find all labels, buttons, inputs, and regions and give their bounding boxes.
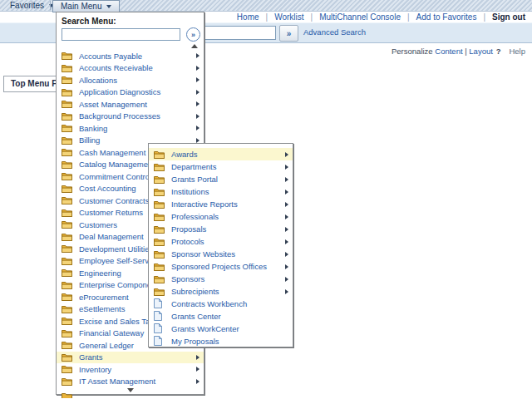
menu-item[interactable]: Sponsors [149,273,293,285]
separator: | [407,12,410,22]
submenu-arrow-icon [196,126,200,131]
menu-search-input[interactable] [62,28,180,41]
submenu-arrow-icon [196,367,200,372]
menu-search-go-button[interactable]: » [186,27,200,42]
separator: | [266,12,268,22]
menu-item-label: Protocols [171,237,285,246]
menu-item[interactable]: Proposals [149,223,293,235]
separator: | [465,47,466,56]
menu-item[interactable]: Background Processes [57,111,204,123]
menu-item-label: Grants Portal [171,175,285,184]
menu-item[interactable]: Subrecipients [149,285,293,298]
tab-divider [50,1,51,10]
sign-out-link[interactable]: Sign out [492,12,525,22]
menu-item[interactable]: Sponsor Websites [149,248,293,260]
menu-item[interactable]: IT Asset Management [57,376,204,388]
menu-item[interactable]: Contracts Workbench [149,298,293,310]
menu-item-label: Proposals [171,224,285,234]
separator: | [311,12,313,22]
nav-link-multichannel-console[interactable]: MultiChannel Console [319,12,401,22]
menu-item[interactable]: Allocations [57,74,204,86]
main-menu-tab[interactable]: Main Menu [52,0,120,12]
menu-item[interactable]: Sponsored Projects Offices [149,260,293,273]
menu-item[interactable]: Grants Portal [149,173,293,185]
submenu-arrow-icon [196,114,200,119]
submenu-arrow-icon [196,66,200,71]
submenu-arrow-icon [196,138,200,143]
menu-item-label: Interactive Reports [171,200,285,209]
submenu-arrow-icon [196,379,200,384]
menu-item-label: Application Diagnostics [79,87,196,96]
favorites-tab-label: Favorites [10,1,44,10]
menu-item[interactable]: Asset Management [57,98,204,111]
advanced-search-link[interactable]: Advanced Search [303,27,366,37]
submenu-arrow-icon [285,177,288,182]
chevron-down-icon [106,5,111,8]
menu-item[interactable]: Accounts Payable [57,50,204,62]
menu-item-label: Awards [171,150,285,159]
menu-item-label: Inventory [79,365,196,374]
menu-item-label: Grants Center [171,312,285,321]
menu-item-label: Contracts Workbench [171,299,285,308]
submenu-arrow-icon [285,252,288,257]
personalize-row: Personalize Content | Layout [392,47,493,56]
nav-link-home[interactable]: Home [237,12,259,22]
submenu-arrow-icon [196,101,200,106]
menu-item-label: Departments [171,162,285,171]
menu-item[interactable]: Grants Center [149,310,293,323]
help-question-icon[interactable]: ? [496,47,501,56]
separator: | [483,12,485,22]
menu-item[interactable]: Grants WorkCenter [149,323,293,335]
menu-item-label: Sponsored Projects Offices [171,262,285,271]
grants-submenu-list: Awards Departments [149,148,293,347]
personalize-layout-link[interactable]: Layout [469,47,493,56]
help-row: ? Help [496,47,525,56]
submenu-arrow-icon [285,289,288,294]
personalize-label: Personalize [392,47,433,56]
portal-header-links: Home|Worklist|MultiChannel Console|Add t… [230,11,525,22]
scroll-down-icon[interactable] [127,388,134,392]
submenu-arrow-icon [196,355,200,360]
submenu-arrow-icon [285,152,288,157]
scroll-up-icon[interactable] [191,44,198,48]
submenu-arrow-icon [285,214,288,219]
submenu-arrow-icon [285,190,288,195]
menu-item[interactable]: Professionals [149,210,293,223]
submenu-arrow-icon [285,202,288,207]
menu-item[interactable]: Awards [149,148,293,160]
menu-item-label: Grants WorkCenter [171,324,285,333]
menu-item[interactable]: Departments [149,160,293,173]
grants-submenu-panel: Awards Departments [148,143,293,347]
submenu-arrow-icon [285,264,288,269]
menu-item[interactable]: My Proposals [149,335,293,347]
search-menu-label: Search Menu: [62,17,199,26]
menu-item[interactable]: Application Diagnostics [57,86,204,99]
submenu-arrow-icon [196,77,200,82]
document-icon [154,334,162,349]
menu-item-label: IT Asset Management [79,377,196,386]
menu-item-label: Banking [79,124,196,133]
menu-item-label: Accounts Receivable [79,63,196,72]
menu-item-label: Sponsor Websites [171,249,285,259]
menu-item-label: Asset Management [79,100,196,109]
menu-item[interactable]: Banking [57,122,204,135]
nav-link-worklist[interactable]: Worklist [274,12,303,22]
menu-item[interactable]: Inventory [57,363,204,376]
personalize-content-link[interactable]: Content [435,47,462,56]
submenu-arrow-icon [196,53,200,58]
nav-link-add-to-favorites[interactable]: Add to Favorites [416,12,477,22]
menu-item[interactable]: Grants [57,352,204,364]
submenu-arrow-icon [285,165,288,170]
menu-item[interactable]: Protocols [149,235,293,248]
menu-item[interactable]: Accounts Receivable [57,62,204,75]
help-link[interactable]: Help [509,47,525,56]
portal-search-go-button[interactable]: » [279,25,298,42]
menu-item[interactable]: Interactive Reports [149,198,293,210]
menu-item[interactable]: Institutions [149,185,293,198]
menu-item-label: My Proposals [171,337,285,346]
menu-item-label: Grants [79,352,196,362]
menu-item-label: Subrecipients [171,287,285,296]
menu-item-label: Allocations [79,76,196,85]
main-menu-tab-label: Main Menu [61,2,101,11]
submenu-arrow-icon [285,277,288,282]
